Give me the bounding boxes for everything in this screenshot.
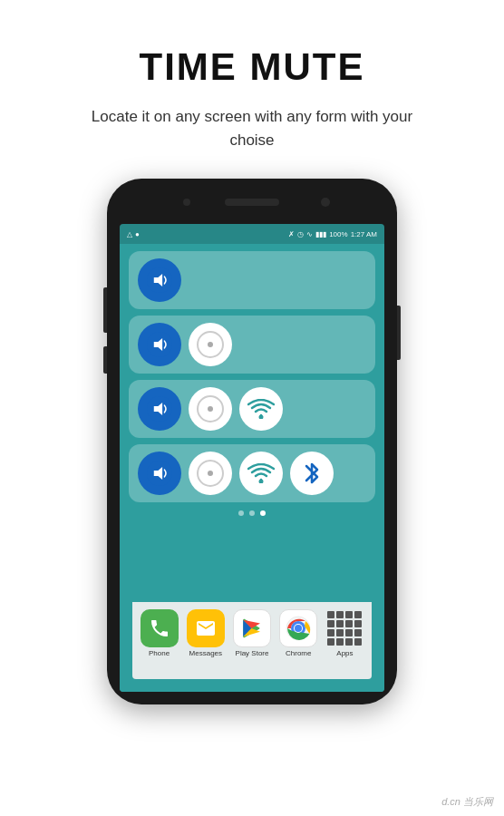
page-dots	[129, 510, 375, 516]
widget-row-1	[129, 251, 375, 309]
title-section: TIME MUTE Locate it on any screen with a…	[80, 45, 424, 151]
bottom-dock: Phone Messages	[132, 602, 372, 679]
speaker-icon-2[interactable]	[138, 323, 181, 366]
wifi-icon-3[interactable]	[239, 387, 283, 431]
main-title: TIME MUTE	[80, 45, 424, 89]
chrome-icon	[279, 609, 317, 647]
battery-status-text: 100%	[329, 230, 347, 238]
playstore-label: Play Store	[236, 649, 269, 657]
camera-sensor	[321, 198, 330, 207]
dock-icons: Phone Messages	[132, 602, 372, 657]
apps-icon	[325, 609, 363, 647]
phone-top-bar	[120, 186, 384, 218]
phone-shell: △ ● ✗ ◷ ∿ ▮▮▮ 100% 1:27 AM	[107, 179, 397, 704]
apps-grid	[327, 611, 362, 646]
dial-dot-4	[208, 471, 213, 476]
playstore-icon	[233, 609, 271, 647]
dock-item-chrome[interactable]: Chrome	[276, 609, 322, 657]
bluetooth-status-icon: ✗	[288, 230, 295, 238]
subtitle: Locate it on any screen with any form wi…	[80, 105, 424, 151]
messages-icon	[187, 609, 225, 647]
volume-button	[103, 287, 107, 333]
location-status-icon: ●	[135, 230, 140, 238]
time-status-text: 1:27 AM	[351, 230, 377, 238]
power-button-right	[397, 306, 401, 360]
alarm-status-icon: ◷	[297, 230, 304, 238]
signal-status-icon: ▮▮▮	[315, 230, 326, 238]
dial-dot-3	[208, 406, 213, 412]
wifi-icon-4[interactable]	[239, 452, 283, 495]
speaker-icon-4[interactable]	[138, 452, 181, 495]
widget-row-3	[129, 380, 375, 438]
page-dot-1	[238, 510, 244, 516]
page-container: TIME MUTE Locate it on any screen with a…	[0, 0, 504, 816]
dial-dot	[208, 342, 213, 347]
page-dot-3-active	[260, 510, 266, 516]
phone-icon	[141, 609, 179, 647]
dock-item-playstore[interactable]: Play Store	[228, 609, 275, 657]
dial-icon-4[interactable]	[189, 452, 232, 495]
status-bar: △ ● ✗ ◷ ∿ ▮▮▮ 100% 1:27 AM	[120, 224, 384, 244]
dock-item-phone[interactable]: Phone	[136, 609, 182, 657]
apps-label: Apps	[336, 649, 353, 657]
dial-inner-3	[197, 395, 224, 423]
phone-label: Phone	[149, 649, 170, 657]
chrome-label: Chrome	[286, 649, 311, 657]
page-dot-2	[249, 510, 255, 516]
power-button-left	[103, 346, 107, 374]
speaker-icon-3[interactable]	[138, 387, 181, 431]
svg-point-6	[259, 415, 264, 420]
wifi-status-icon: ∿	[306, 230, 313, 238]
bluetooth-icon-4[interactable]	[290, 452, 334, 495]
svg-point-9	[259, 480, 264, 484]
phone-screen: △ ● ✗ ◷ ∿ ▮▮▮ 100% 1:27 AM	[120, 224, 384, 692]
widget-row-2	[129, 316, 375, 374]
watermark: d.cn 当乐网	[441, 795, 493, 809]
dial-icon-2[interactable]	[189, 323, 232, 366]
dock-item-messages[interactable]: Messages	[182, 609, 228, 657]
status-right-area: ✗ ◷ ∿ ▮▮▮ 100% 1:27 AM	[288, 230, 377, 238]
status-left-icons: △ ●	[127, 230, 140, 238]
phone-wrapper: △ ● ✗ ◷ ∿ ▮▮▮ 100% 1:27 AM	[107, 179, 397, 704]
sim-status-icon: △	[127, 230, 132, 238]
front-camera	[183, 199, 190, 206]
dial-inner-4	[197, 460, 224, 487]
phone-speaker-grille	[225, 199, 279, 206]
dial-icon-3[interactable]	[189, 387, 232, 431]
widget-row-4	[129, 444, 375, 502]
dial-inner	[197, 331, 224, 358]
svg-point-13	[295, 625, 302, 632]
speaker-icon-1[interactable]	[138, 258, 181, 302]
messages-label: Messages	[189, 649, 222, 657]
dock-item-apps[interactable]: Apps	[322, 609, 368, 657]
